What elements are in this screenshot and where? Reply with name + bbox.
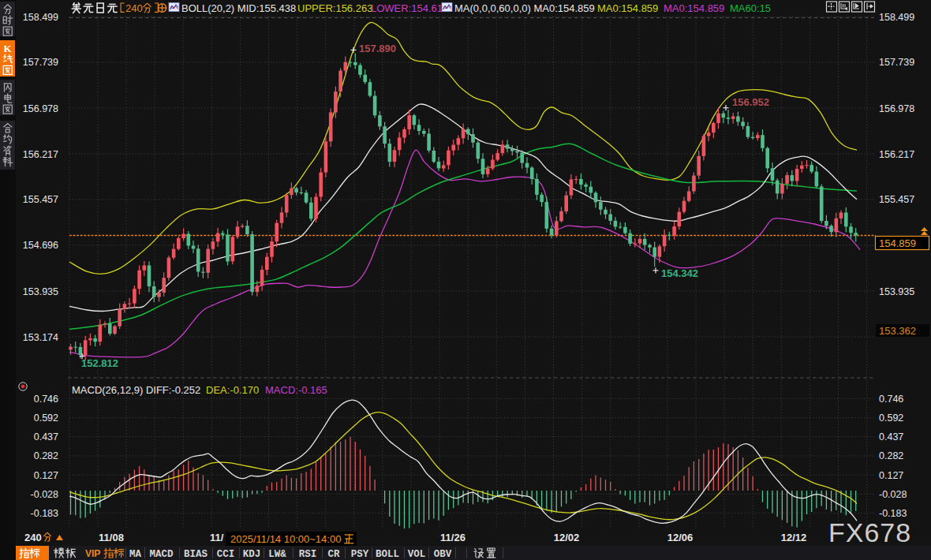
svg-text:156.952: 156.952: [732, 96, 769, 108]
svg-text:KDJ: KDJ: [243, 549, 261, 560]
svg-text:VIP: VIP: [85, 548, 100, 559]
svg-text:158.499: 158.499: [879, 12, 914, 23]
svg-text:0.746: 0.746: [34, 394, 58, 405]
svg-text:158.499: 158.499: [23, 12, 58, 23]
svg-text:157.739: 157.739: [23, 57, 58, 68]
svg-text:K: K: [3, 43, 12, 54]
svg-text:PSY: PSY: [351, 549, 369, 560]
svg-text:CR: CR: [327, 549, 340, 560]
svg-text:0.127: 0.127: [879, 470, 903, 481]
svg-text:FX678: FX678: [828, 517, 911, 547]
svg-text:240: 240: [24, 532, 42, 543]
svg-text:DEA:-0.170: DEA:-0.170: [206, 384, 259, 396]
svg-text:MA(0,0,0,60,0,0) MA0:154.859: MA(0,0,0,60,0,0) MA0:154.859: [454, 2, 595, 14]
svg-text:11/08: 11/08: [99, 532, 124, 543]
svg-text:CCI: CCI: [217, 549, 235, 560]
svg-text:UPPER:156.263: UPPER:156.263: [297, 2, 372, 14]
svg-text:MACD(26,12,9) DIFF:-0.252: MACD(26,12,9) DIFF:-0.252: [72, 384, 200, 396]
svg-text:0.592: 0.592: [34, 413, 58, 424]
svg-text:0.437: 0.437: [34, 431, 58, 442]
svg-text:LW&: LW&: [268, 549, 286, 560]
svg-text:155.457: 155.457: [879, 194, 914, 205]
svg-text:11/26: 11/26: [440, 532, 466, 543]
svg-text:0.592: 0.592: [879, 413, 903, 424]
svg-text:BOLL(20,2) MID:155.438: BOLL(20,2) MID:155.438: [181, 2, 296, 14]
svg-text:BIAS: BIAS: [184, 549, 208, 560]
svg-text:MA60:15: MA60:15: [730, 2, 771, 14]
svg-text:MA: MA: [129, 549, 142, 560]
svg-text:156.217: 156.217: [23, 149, 58, 160]
svg-text:153.174: 153.174: [23, 332, 58, 343]
svg-text:154.342: 154.342: [661, 267, 698, 279]
svg-text:240: 240: [125, 2, 143, 14]
svg-text:VOL: VOL: [408, 549, 426, 560]
svg-text:12/02: 12/02: [554, 532, 580, 543]
svg-text:-0.028: -0.028: [879, 489, 907, 500]
svg-text:MA0:154.859: MA0:154.859: [664, 2, 724, 14]
svg-text:155.457: 155.457: [23, 194, 58, 205]
svg-text:153.935: 153.935: [879, 286, 914, 297]
svg-text:OBV: OBV: [434, 549, 452, 560]
svg-text:BOLL: BOLL: [376, 549, 399, 560]
svg-text:MACD:-0.165: MACD:-0.165: [265, 384, 327, 396]
svg-text:156.978: 156.978: [879, 103, 914, 114]
svg-text:RSI: RSI: [299, 549, 317, 560]
svg-text:154.696: 154.696: [23, 240, 58, 251]
svg-text:157.739: 157.739: [879, 57, 914, 68]
svg-text:12/06: 12/06: [667, 532, 694, 543]
svg-text:153.362: 153.362: [879, 325, 916, 337]
svg-text:0.282: 0.282: [34, 450, 58, 461]
svg-text:152.812: 152.812: [81, 357, 118, 369]
svg-text:0.437: 0.437: [879, 431, 903, 442]
svg-text:154.859: 154.859: [879, 237, 916, 249]
svg-text:0.127: 0.127: [34, 470, 58, 481]
svg-text:LOWER:154.613: LOWER:154.613: [371, 2, 448, 14]
svg-text:153.935: 153.935: [23, 286, 58, 297]
svg-text:0.282: 0.282: [879, 450, 903, 461]
svg-text:-0.183: -0.183: [31, 508, 58, 519]
svg-text:2025/11/14 10:00~14:00: 2025/11/14 10:00~14:00: [230, 533, 341, 545]
svg-text:MACD: MACD: [149, 549, 174, 560]
svg-text:11/: 11/: [210, 532, 224, 543]
svg-text:12/12: 12/12: [781, 532, 807, 543]
svg-text:156.217: 156.217: [879, 149, 914, 160]
svg-text:157.890: 157.890: [359, 43, 396, 54]
svg-text:0.746: 0.746: [879, 394, 903, 405]
svg-text:156.978: 156.978: [23, 103, 58, 114]
svg-text:-0.028: -0.028: [31, 489, 58, 500]
svg-text:MA0:154.859: MA0:154.859: [597, 2, 658, 14]
